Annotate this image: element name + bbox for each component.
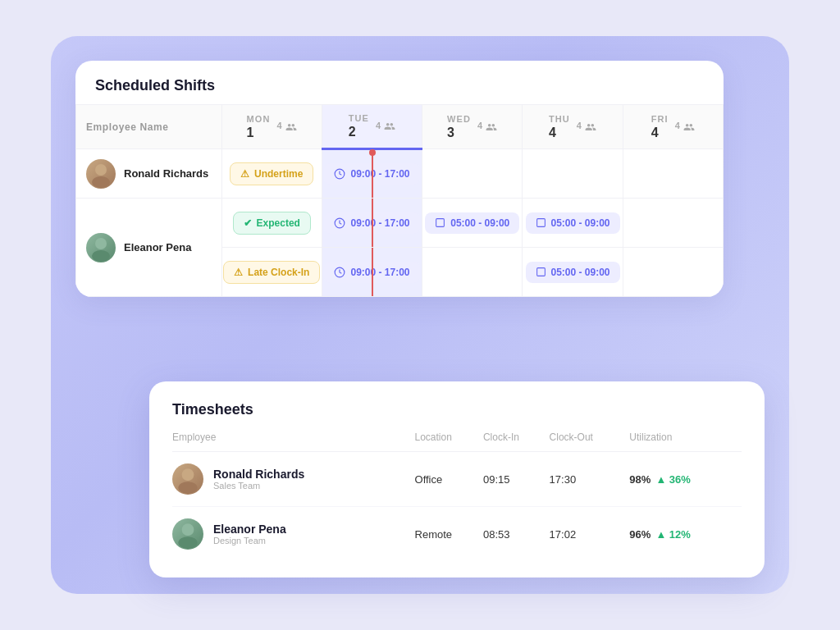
eleanor-row2-mon: ⚠ Late Clock-In [221, 248, 322, 297]
ronald-mon: ⚠ Undertime [221, 149, 322, 199]
ts-row-ronald: Ronald Richards Sales Team Office 09:15 … [172, 452, 742, 507]
ts-util-ronald: 98% ▲ 36% [629, 452, 742, 507]
th-fri: FRI 4 4 [623, 105, 723, 149]
th-tue: TUE 2 4 [322, 105, 422, 149]
ts-clockout-ronald: 17:30 [550, 452, 630, 507]
svg-rect-7 [536, 219, 545, 227]
eleanor-row2-wed [422, 248, 523, 297]
ts-employee-ronald: Ronald Richards Sales Team [172, 452, 415, 507]
timesheets-table: Employee Location Clock-In Clock-Out Uti… [172, 431, 742, 561]
table-row: Ronald Richards ⚠ Undertime [76, 149, 724, 199]
ts-util-eleanor: 96% ▲ 12% [629, 507, 742, 562]
schedule-table: Employee Name MON 1 4 [75, 104, 724, 297]
th-ts-clockin: Clock-In [483, 431, 550, 452]
ts-clockin-eleanor: 08:53 [483, 507, 550, 562]
th-ts-location: Location [415, 431, 483, 452]
eleanor-row2-fri [623, 248, 723, 297]
timesheets-title: Timesheets [172, 401, 742, 418]
th-ts-employee: Employee [172, 431, 415, 452]
ts-row-eleanor: Eleanor Pena Design Team Remote 08:53 17… [172, 507, 742, 562]
timesheets-card: Timesheets Employee Location Clock-In Cl… [149, 381, 765, 578]
ronald-thu [523, 149, 623, 199]
box-badge-thu2: 05:00 - 09:00 [526, 262, 620, 283]
eleanor-row2-thu: 05:00 - 09:00 [523, 248, 623, 297]
svg-point-12 [182, 523, 194, 536]
current-time-line [372, 150, 373, 198]
ts-clockout-eleanor: 17:02 [550, 507, 630, 562]
ts-employee-eleanor: Eleanor Pena Design Team [172, 507, 415, 562]
current-time-line-3 [372, 248, 373, 296]
svg-rect-6 [436, 219, 445, 227]
ronald-tue: 09:00 - 17:00 [322, 149, 422, 199]
late-badge: ⚠ Late Clock-In [223, 261, 320, 284]
shifts-title: Scheduled Shifts [75, 61, 724, 104]
eleanor-row1-mon: ✔ Expected [221, 199, 322, 248]
eleanor-row1-thu: 05:00 - 09:00 [523, 199, 623, 248]
eleanor-row1-tue: 09:00 - 17:00 [322, 199, 422, 248]
svg-point-11 [178, 482, 197, 494]
current-time-line-2 [372, 199, 373, 247]
table-row: Eleanor Pena ✔ Expected 09:00 - 17 [76, 199, 724, 248]
svg-point-1 [92, 176, 110, 188]
ts-location-ronald: Office [415, 452, 483, 507]
undertime-badge: ⚠ Undertime [230, 162, 313, 185]
svg-point-4 [92, 250, 110, 262]
svg-point-10 [182, 468, 194, 481]
th-thu: THU 4 4 [523, 105, 623, 149]
svg-point-13 [178, 536, 197, 549]
employee-cell-eleanor: Eleanor Pena [76, 199, 222, 297]
main-wrapper: Scheduled Shifts Employee Name MON 1 [51, 36, 789, 594]
th-mon: MON 1 4 [221, 105, 322, 149]
th-employee: Employee Name [76, 105, 222, 149]
avatar-ronald [86, 159, 116, 189]
ts-avatar-eleanor [172, 518, 203, 550]
th-ts-utilization: Utilization [629, 431, 742, 452]
eleanor-row1-fri [623, 199, 723, 248]
box-badge-wed1: 05:00 - 09:00 [425, 212, 519, 234]
svg-rect-9 [536, 268, 545, 276]
ts-avatar-ronald [172, 463, 203, 495]
ts-location-eleanor: Remote [415, 507, 483, 562]
ronald-fri [623, 149, 723, 199]
eleanor-row1-wed: 05:00 - 09:00 [422, 199, 523, 248]
avatar-eleanor [86, 233, 116, 262]
expected-badge: ✔ Expected [233, 212, 311, 235]
ronald-wed [422, 149, 523, 199]
eleanor-row2-tue: 09:00 - 17:00 [322, 248, 422, 297]
ts-clockin-ronald: 09:15 [483, 452, 550, 507]
svg-point-0 [95, 164, 107, 176]
shifts-card: Scheduled Shifts Employee Name MON 1 [75, 61, 724, 297]
employee-cell-ronald: Ronald Richards [76, 149, 222, 199]
box-badge-thu1: 05:00 - 09:00 [526, 212, 620, 234]
svg-point-3 [95, 238, 107, 249]
th-wed: WED 3 4 [422, 105, 523, 149]
th-ts-clockout: Clock-Out [550, 431, 630, 452]
